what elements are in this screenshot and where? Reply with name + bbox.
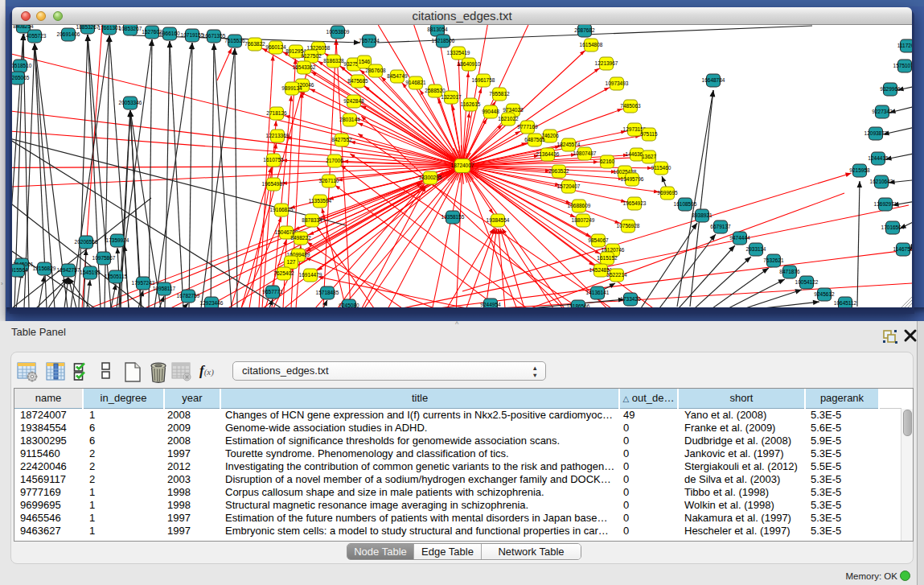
svg-text:1621022: 1621022: [498, 116, 519, 122]
svg-text:14136141: 14136141: [586, 290, 610, 295]
svg-text:16265065: 16265065: [12, 75, 30, 80]
svg-text:12213369: 12213369: [266, 133, 290, 138]
svg-text:9242848: 9242848: [343, 98, 364, 104]
svg-text:8878334: 8878334: [302, 217, 322, 223]
svg-text:2522214: 2522214: [606, 272, 627, 278]
svg-text:10054122: 10054122: [795, 279, 819, 285]
svg-text:2803144: 2803144: [339, 117, 360, 122]
svg-text:8408254: 8408254: [13, 25, 34, 29]
svg-text:9734028: 9734028: [503, 107, 524, 113]
svg-text:7663822: 7663822: [244, 41, 265, 47]
svg-text:9245080: 9245080: [339, 303, 359, 307]
svg-text:2087682: 2087682: [574, 27, 595, 33]
svg-text:8475685: 8475685: [347, 78, 368, 84]
svg-text:13627: 13627: [642, 154, 656, 159]
svg-text:9474444: 9474444: [729, 235, 750, 241]
svg-text:9657771: 9657771: [262, 289, 283, 295]
svg-text:8454749: 8454749: [387, 73, 408, 79]
svg-text:13325419: 13325419: [447, 50, 470, 56]
svg-text:10645112: 10645112: [834, 300, 857, 306]
svg-text:217006: 217006: [326, 158, 343, 163]
svg-text:3267110: 3267110: [319, 178, 339, 183]
svg-text:6966160: 6966160: [159, 31, 180, 36]
svg-text:12942757: 12942757: [57, 267, 80, 273]
svg-text:62160: 62160: [600, 159, 614, 164]
svg-text:11353594: 11353594: [309, 198, 332, 204]
svg-text:7955812: 7955812: [489, 91, 510, 97]
svg-text:9115460: 9115460: [651, 165, 671, 171]
svg-text:16961758: 16961758: [472, 77, 495, 83]
svg-text:10756928: 10756928: [617, 223, 640, 229]
svg-text:17016504: 17016504: [881, 225, 905, 230]
svg-text:1546: 1546: [359, 59, 371, 64]
svg-text:13692971: 13692971: [874, 201, 897, 207]
svg-text:16108595: 16108595: [674, 201, 697, 207]
svg-text:8427552: 8427552: [331, 137, 352, 142]
svg-text:18853267: 18853267: [76, 25, 100, 30]
svg-text:9899134: 9899134: [281, 85, 302, 91]
svg-text:9329966: 9329966: [880, 86, 901, 92]
svg-text:17359924: 17359924: [106, 237, 129, 243]
svg-text:16543362: 16543362: [293, 64, 316, 70]
svg-text:18807249: 18807249: [572, 217, 595, 223]
svg-text:7357224: 7357224: [359, 38, 380, 43]
svg-text:7625402: 7625402: [273, 270, 294, 276]
svg-text:19384554: 19384554: [487, 217, 510, 223]
svg-text:19218506: 19218506: [432, 38, 455, 43]
svg-text:7632621: 7632621: [763, 257, 784, 263]
svg-text:9660124: 9660124: [265, 44, 286, 50]
svg-text:15751074: 15751074: [893, 63, 912, 68]
svg-text:990448: 990448: [482, 109, 499, 114]
svg-text:21364436: 21364436: [536, 151, 560, 157]
svg-text:9227342: 9227342: [872, 109, 893, 114]
svg-text:16154808: 16154808: [580, 42, 603, 47]
svg-text:975115: 975115: [640, 131, 658, 137]
svg-text:10958117: 10958117: [153, 286, 176, 291]
svg-text:18300295: 18300295: [419, 175, 442, 180]
svg-text:10688609: 10688609: [568, 203, 591, 208]
svg-text:15718485: 15718485: [316, 290, 339, 295]
svg-text:1117205: 1117205: [897, 43, 912, 48]
svg-text:18640910: 18640910: [458, 61, 481, 67]
svg-text:1146753: 1146753: [893, 246, 912, 252]
svg-text:12156829: 12156829: [33, 266, 56, 271]
svg-text:17957243: 17957243: [132, 280, 155, 286]
svg-text:1162615: 1162615: [461, 101, 481, 107]
svg-text:8471876: 8471876: [779, 269, 800, 274]
svg-text:9215958: 9215958: [849, 167, 870, 173]
svg-text:20518510: 20518510: [12, 63, 32, 68]
svg-text:6679137: 6679137: [710, 224, 731, 229]
svg-text:7485063: 7485063: [620, 103, 641, 109]
svg-text:14055723: 14055723: [23, 33, 47, 39]
svg-text:2963522: 2963522: [548, 168, 569, 174]
svg-text:2933114: 2933114: [746, 246, 766, 252]
svg-text:1244415: 1244415: [868, 155, 889, 161]
svg-text:20206556: 20206556: [75, 239, 98, 245]
svg-text:7515526: 7515526: [224, 38, 245, 43]
svg-text:16186566: 16186566: [567, 303, 590, 307]
svg-text:16782759: 16782759: [177, 293, 200, 299]
svg-text:13495796: 13495796: [621, 176, 644, 182]
svg-text:9146821: 9146821: [405, 80, 426, 85]
svg-text:16648784: 16648784: [702, 77, 725, 83]
svg-text:18724007: 18724007: [451, 163, 474, 168]
svg-text:12213967: 12213967: [595, 60, 618, 66]
svg-text:10975867: 10975867: [92, 255, 116, 261]
svg-text:1545193: 1545193: [80, 270, 101, 275]
svg-text:1322017: 1322017: [441, 94, 462, 100]
svg-text:18245574: 18245574: [557, 142, 581, 147]
svg-text:10719155: 10719155: [181, 32, 204, 38]
svg-text:2588520: 2588520: [425, 88, 446, 93]
svg-text:8186328: 8186328: [323, 58, 344, 64]
svg-text:19358155: 19358155: [441, 214, 465, 220]
svg-text:2718126: 2718126: [266, 110, 287, 116]
svg-text:10807487: 10807487: [573, 150, 597, 156]
svg-text:6487565: 6487565: [524, 137, 545, 142]
svg-text:12505115: 12505115: [105, 274, 128, 279]
svg-text:9854067: 9854067: [588, 237, 609, 243]
svg-text:8813054: 8813054: [427, 27, 448, 32]
svg-text:17661301: 17661301: [98, 25, 121, 31]
svg-text:2867608: 2867608: [365, 68, 386, 73]
svg-text:12923446: 12923446: [200, 300, 224, 306]
svg-text:19654923: 19654923: [623, 200, 647, 206]
